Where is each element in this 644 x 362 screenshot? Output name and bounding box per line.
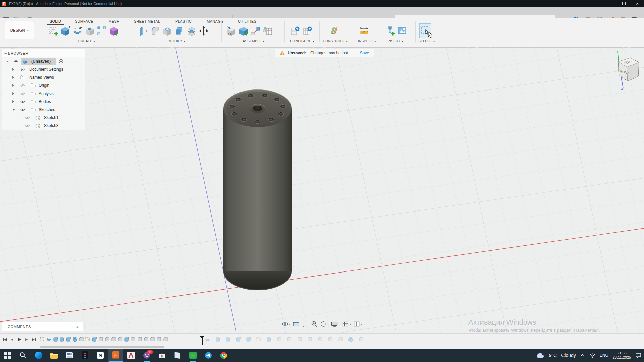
cylinder-body-model[interactable] — [223, 89, 292, 291]
timeline-feature-chamfer-suppressed[interactable] — [338, 336, 343, 342]
timeline-skip-start-button[interactable] — [3, 337, 7, 342]
as-built-joint-tool-button[interactable] — [262, 23, 274, 38]
expand-chevron-icon[interactable] — [12, 68, 14, 71]
joint-tool-button[interactable] — [250, 23, 262, 38]
dropdown-caret-icon[interactable]: ▾ — [338, 323, 340, 326]
viewports-tool[interactable]: ▾ — [353, 321, 362, 327]
timeline-feature-sketch-suppressed[interactable] — [256, 336, 262, 342]
timeline-feature-sketch[interactable] — [40, 336, 45, 342]
timeline-feature-fillet-suppressed[interactable] — [297, 336, 303, 342]
timeline-play-button[interactable] — [17, 337, 22, 342]
weather-temp[interactable]: 9°C — [549, 353, 557, 358]
expand-chevron-icon[interactable] — [12, 92, 14, 95]
fit-tool[interactable]: ▾ — [320, 321, 329, 327]
taskbar-mirror-icon[interactable] — [170, 349, 185, 362]
ribbon-group-label-inspect[interactable]: INSPECT ▾ — [358, 39, 376, 43]
form-tool-button[interactable] — [108, 23, 120, 38]
timeline-feature-fillet[interactable] — [117, 336, 123, 342]
browser-item-sketch3[interactable]: Sketch3 — [2, 122, 85, 130]
press-pull-tool-button[interactable] — [137, 23, 149, 38]
timeline-feature-extrude-suppressed[interactable] — [215, 336, 221, 342]
expand-chevron-icon[interactable] — [12, 84, 14, 87]
taskbar-green-app-icon[interactable] — [185, 349, 201, 362]
timeline-step-forward-button[interactable] — [24, 337, 29, 342]
expand-chevron-icon[interactable] — [12, 100, 14, 103]
timeline-feature-chamfer[interactable] — [78, 336, 84, 342]
ribbon-tab-solid[interactable]: SOLID — [50, 19, 61, 23]
taskbar-fusion-icon[interactable]: F — [108, 349, 123, 362]
timeline-feature-fillet[interactable] — [130, 336, 136, 342]
action-center-icon[interactable] — [635, 353, 641, 358]
timeline-feature-extrude[interactable] — [65, 336, 71, 342]
language-indicator[interactable]: ENG — [600, 353, 608, 358]
timeline-feature-fillet-suppressed[interactable] — [327, 336, 333, 342]
split-body-tool-button[interactable] — [185, 23, 198, 38]
dropdown-caret-icon[interactable]: ▾ — [361, 323, 362, 326]
ribbon-group-label-configure[interactable]: CONFIGURE ▾ — [290, 39, 314, 43]
wifi-icon[interactable] — [589, 353, 595, 358]
minimize-button[interactable]: — — [604, 0, 617, 7]
zoom-tool[interactable] — [311, 321, 318, 327]
insert-tool-button[interactable] — [225, 23, 237, 38]
taskbar-file-explorer-icon[interactable] — [46, 349, 62, 362]
ribbon-group-label-create[interactable]: CREATE ▾ — [78, 39, 95, 43]
ribbon-tab-sheet-metal[interactable]: SHEET METAL — [134, 19, 160, 23]
timeline-skip-end-button[interactable] — [31, 337, 36, 342]
timeline-feature-chamfer-suppressed[interactable] — [358, 336, 364, 342]
visibility-on-icon[interactable] — [20, 100, 25, 104]
combine-tool-button[interactable] — [173, 23, 185, 38]
browser-item-analysis[interactable]: Analysis — [2, 89, 85, 98]
shell-tool-button[interactable] — [161, 23, 173, 38]
move-tool-button[interactable] — [198, 23, 210, 38]
browser-item-origin[interactable]: Origin — [2, 81, 85, 89]
taskbar-figma-icon[interactable] — [77, 349, 93, 362]
activate-component-icon[interactable] — [59, 59, 63, 64]
save-link[interactable]: Save — [360, 51, 369, 55]
display-settings-tool[interactable]: ▾ — [331, 321, 340, 327]
dropdown-caret-icon[interactable]: ▾ — [350, 323, 351, 326]
browser-item-bodies[interactable]: Bodies — [2, 98, 85, 106]
collapse-chevron-icon[interactable] — [12, 109, 15, 111]
ribbon-tab-surface[interactable]: SURFACE — [75, 19, 93, 23]
taskbar-edge-icon[interactable] — [31, 349, 46, 362]
taskbar-news-icon[interactable] — [62, 349, 77, 362]
timeline-feature-revolve-suppressed[interactable] — [205, 336, 210, 342]
visibility-on-icon[interactable] — [20, 108, 25, 112]
canvas-tool-button[interactable] — [396, 23, 408, 38]
timeline-feature-fillet[interactable] — [150, 336, 155, 342]
plane-tool-button[interactable] — [328, 23, 340, 38]
timeline-feature-extrude[interactable] — [124, 336, 129, 342]
dropdown-caret-icon[interactable]: ▾ — [289, 323, 290, 326]
ribbon-group-label-modify[interactable]: MODIFY ▾ — [169, 39, 185, 43]
timeline-position-marker[interactable] — [200, 336, 205, 339]
taskbar-start-icon[interactable] — [0, 349, 15, 362]
timeline-feature-revolve[interactable] — [46, 336, 52, 342]
close-button[interactable]: × — [631, 0, 644, 7]
new-component-tool-button[interactable] — [237, 23, 250, 38]
pan-tool[interactable] — [302, 321, 309, 327]
insert-fastener-tool-button[interactable] — [384, 23, 396, 38]
add-comment-button[interactable]: + — [76, 324, 79, 330]
configuration-tool-button[interactable] — [289, 23, 301, 38]
visibility-off-icon[interactable] — [25, 116, 30, 120]
tray-expand-icon[interactable] — [580, 354, 585, 357]
browser-collapse-icon[interactable]: ◂◂ — [4, 52, 6, 55]
timeline-feature-extrude-suppressed[interactable] — [225, 336, 231, 342]
visibility-off-icon[interactable] — [25, 124, 30, 128]
browser-item-documentsettings[interactable]: Document Settings — [2, 65, 85, 73]
ribbon-group-label-insert[interactable]: INSERT ▾ — [387, 39, 403, 43]
ribbon-tab-plastic[interactable]: PLASTIC — [175, 19, 192, 23]
browser-item-unsaved[interactable]: (Unsaved) — [2, 57, 85, 65]
timeline-feature-fillet-suppressed[interactable] — [307, 336, 313, 342]
configuration-table-tool-button[interactable] — [301, 23, 313, 38]
look-at-tool[interactable] — [293, 321, 300, 327]
timeline-feature-extrude[interactable] — [59, 336, 65, 342]
taskbar-telegram-icon[interactable] — [201, 349, 216, 362]
taskbar-search-icon[interactable] — [15, 349, 31, 362]
weather-condition[interactable]: Cloudy — [561, 353, 576, 358]
grid-settings-tool[interactable]: ▾ — [342, 321, 351, 327]
visibility-off-icon[interactable] — [20, 92, 25, 96]
collapse-chevron-icon[interactable] — [6, 61, 9, 62]
timeline-feature-pattern[interactable] — [72, 336, 78, 342]
timeline-feature-fillet[interactable] — [111, 336, 116, 342]
